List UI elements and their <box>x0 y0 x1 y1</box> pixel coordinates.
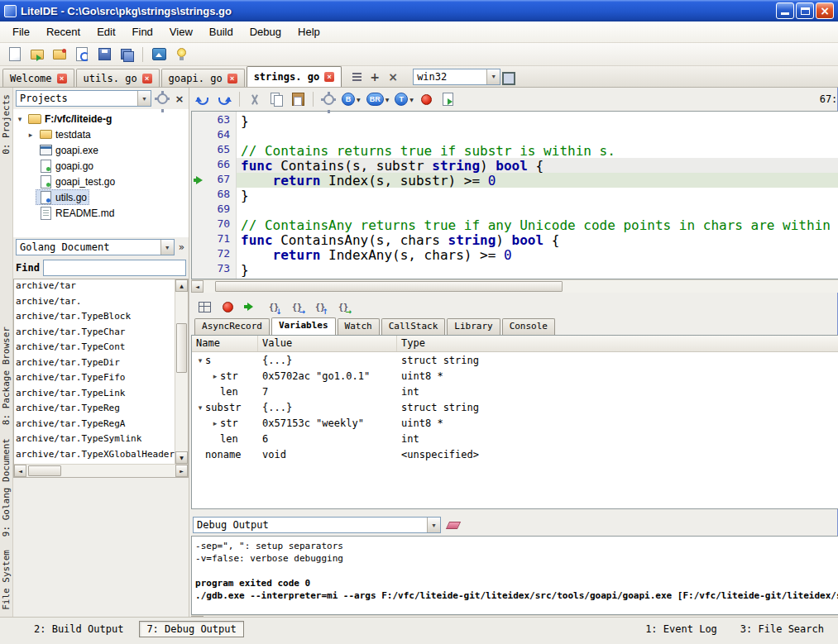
debug-tab-callstack[interactable]: CallStack <box>381 318 446 335</box>
copy-button[interactable] <box>266 89 286 109</box>
tab-utils-go[interactable]: utils. go× <box>76 69 160 87</box>
step-over-button[interactable] <box>287 297 307 317</box>
scroll-track[interactable] <box>175 292 188 451</box>
debug-record-button[interactable] <box>417 89 437 109</box>
editor-code[interactable]: } // Contains returns true if substr is … <box>237 112 838 279</box>
expander-icon[interactable]: ▸ <box>210 372 220 380</box>
debug-tab-library[interactable]: Library <box>447 318 500 335</box>
chevron-down-icon[interactable]: ▼ <box>486 69 500 84</box>
maximize-button[interactable] <box>796 2 814 19</box>
step-out-button[interactable] <box>310 297 330 317</box>
variable-row-len[interactable]: len7int <box>192 384 838 399</box>
minimize-button[interactable] <box>776 2 794 19</box>
debug-tab-console[interactable]: Console <box>502 318 555 335</box>
doc-filter-input[interactable] <box>43 260 186 276</box>
scroll-left-button[interactable]: ◄ <box>14 465 26 477</box>
doc-item-archive-tar[interactable]: archive/tar. <box>16 296 175 312</box>
doc-item-archive-tar-typeblock[interactable]: archive/tar.TypeBlock <box>16 311 175 327</box>
save-file-button[interactable] <box>94 45 114 64</box>
side-tab-9-golang-document[interactable]: 9: Golang Document <box>0 432 12 543</box>
chevron-down-icon[interactable]: ▼ <box>409 97 414 103</box>
side-tab-0-projects[interactable]: 0: Projects <box>0 88 12 161</box>
build-action-t-button[interactable]: T▼ <box>393 93 415 106</box>
column-header-value[interactable]: Value <box>258 336 397 351</box>
tab-list-button[interactable] <box>348 69 365 85</box>
status-1-event-log-button[interactable]: 1: Event Log <box>638 621 725 637</box>
scroll-thumb[interactable] <box>28 465 61 476</box>
tree-item-goapi-test-go[interactable]: goapi_test.go <box>13 174 189 189</box>
clear-output-button[interactable] <box>445 517 462 533</box>
export-button[interactable] <box>438 89 458 109</box>
build-config-button[interactable] <box>318 89 338 109</box>
expander-icon[interactable]: ▸ <box>210 419 220 427</box>
continue-button[interactable] <box>241 297 261 317</box>
build-target-combo[interactable]: win32 ▼ <box>413 69 500 85</box>
tab-close-icon[interactable]: × <box>324 72 334 82</box>
menu-edit[interactable]: Edit <box>89 22 123 41</box>
open-folder-button[interactable] <box>50 45 69 64</box>
scroll-down-button[interactable]: ▼ <box>175 451 188 464</box>
paste-button[interactable] <box>288 89 308 109</box>
reload-file-button[interactable] <box>72 45 92 64</box>
projects-view-combo[interactable]: Projects ▼ <box>16 90 151 107</box>
side-tab-8-package-browser[interactable]: 8: Package Browser <box>0 320 12 432</box>
redo-button[interactable] <box>214 89 234 109</box>
variable-row-str[interactable]: ▸str0x5702ac "go1.0.1"uint8 * <box>192 368 838 384</box>
variable-row-str[interactable]: ▸str0x57153c "weekly"uint8 * <box>192 415 838 431</box>
variable-row-s[interactable]: ▾s{...}struct string <box>192 352 838 368</box>
doc-item-archive-tar-typefifo[interactable]: archive/tar.TypeFifo <box>16 372 175 388</box>
home-button[interactable] <box>149 45 169 64</box>
column-header-type[interactable]: Type <box>397 336 838 351</box>
chevron-down-icon[interactable]: ▼ <box>137 91 151 106</box>
scroll-thumb[interactable] <box>176 323 187 373</box>
tree-item-goapi-go[interactable]: goapi.go <box>13 158 189 174</box>
run-to-button[interactable] <box>333 297 353 317</box>
side-tab-file-system[interactable]: File System <box>0 543 12 617</box>
doc-view-combo[interactable]: Golang Document ▼ <box>16 239 175 255</box>
tab-goapi-go[interactable]: goapi. go× <box>161 69 245 87</box>
save-all-button[interactable] <box>117 45 136 64</box>
menu-help[interactable]: Help <box>290 22 328 41</box>
projects-close-button[interactable]: × <box>173 93 186 105</box>
scroll-track[interactable] <box>26 465 175 477</box>
tree-item-f-vfc-liteide-g[interactable]: ▾F:/vfc/liteide-g <box>13 111 189 126</box>
expander-icon[interactable]: ▾ <box>195 403 205 412</box>
titlebar[interactable]: LiteIDE - C:\Go\src\pkg\strings\strings.… <box>0 0 838 21</box>
variable-row-len[interactable]: len6int <box>192 431 838 446</box>
var-grid-button[interactable] <box>194 297 214 317</box>
menu-find[interactable]: Find <box>124 22 161 41</box>
cut-button[interactable] <box>245 89 265 109</box>
column-header-name[interactable]: Name <box>192 336 258 351</box>
doc-item-archive-tar[interactable]: archive/tar <box>16 280 175 296</box>
output-hscrollbar[interactable]: ◄► <box>191 615 838 617</box>
build-action-b-button[interactable]: B▼ <box>340 93 362 106</box>
menu-recent[interactable]: Recent <box>38 22 89 41</box>
doclist-hscrollbar[interactable]: ◄► <box>14 464 188 477</box>
doc-item-archive-tar-typechar[interactable]: archive/tar.TypeChar <box>16 327 175 342</box>
projects-menu-button[interactable] <box>154 90 170 107</box>
doc-item-archive-tar-typesymlink[interactable]: archive/tar.TypeSymlink <box>16 433 175 449</box>
menu-file[interactable]: File <box>4 22 38 41</box>
tree-item-readme-md[interactable]: README.md <box>13 205 189 221</box>
tab-close-icon[interactable]: × <box>227 74 237 83</box>
chevron-down-icon[interactable]: ▼ <box>357 97 361 103</box>
doc-item-archive-tar-typecont[interactable]: archive/tar.TypeCont <box>16 341 175 357</box>
doc-item-archive-tar-typexglobalheader[interactable]: archive/tar.TypeXGlobalHeader <box>16 449 175 465</box>
menu-debug[interactable]: Debug <box>242 22 290 41</box>
doc-more-button[interactable]: » <box>177 241 186 253</box>
tab-close-icon[interactable]: × <box>57 74 67 83</box>
output-select-combo[interactable]: Debug Output ▼ <box>193 517 441 533</box>
status-7-debug-output-button[interactable]: 7: Debug Output <box>139 621 243 637</box>
menu-build[interactable]: Build <box>201 22 242 41</box>
tree-item-goapi-exe[interactable]: goapi.exe <box>13 142 189 158</box>
debug-tab-variables[interactable]: Variables <box>271 317 336 335</box>
close-split-button[interactable] <box>385 69 401 85</box>
expander-icon[interactable]: ▾ <box>195 356 205 365</box>
expander-icon[interactable]: ▾ <box>15 115 25 123</box>
expander-icon[interactable]: ▸ <box>26 131 36 139</box>
tab-strings-go[interactable]: strings. go× <box>247 66 342 87</box>
chevron-down-icon[interactable]: ▼ <box>385 97 390 103</box>
new-tab-button[interactable] <box>366 69 383 85</box>
chevron-down-icon[interactable]: ▼ <box>160 240 174 255</box>
record-button[interactable] <box>218 297 237 317</box>
